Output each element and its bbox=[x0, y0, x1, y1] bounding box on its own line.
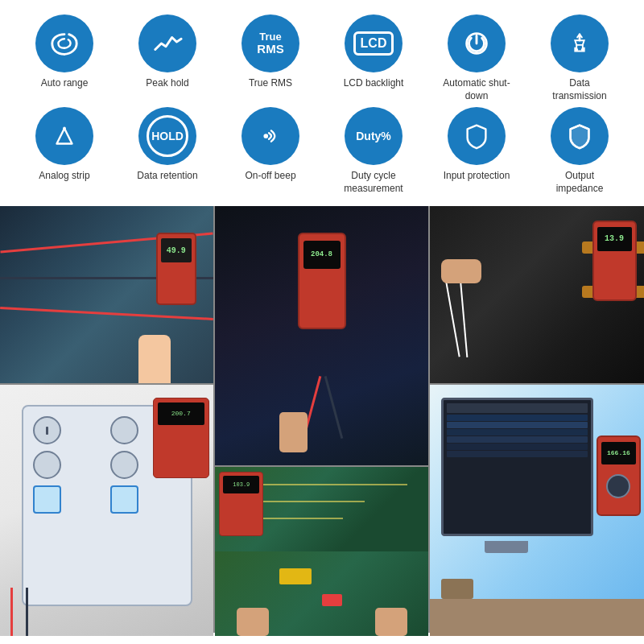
feature-auto-shutdown: Automatic shut-down bbox=[427, 14, 526, 102]
feature-input-protection: Input protection bbox=[427, 107, 526, 195]
feature-duty-cycle: Duty% Duty cycle measurement bbox=[324, 107, 423, 195]
peak-hold-label: Peak hold bbox=[146, 77, 188, 90]
svg-point-6 bbox=[63, 127, 66, 130]
feature-data-transmission: Data transmission bbox=[530, 14, 630, 102]
photo-electrical-panel: 49.9 bbox=[0, 206, 213, 383]
auto-shutdown-icon bbox=[448, 14, 506, 72]
onoff-beep-icon bbox=[242, 107, 299, 165]
feature-lcd-backlight: LCD LCD backlight bbox=[324, 14, 423, 102]
features-grid: Auto range Peak hold True RMS bbox=[8, 14, 636, 195]
peak-hold-icon bbox=[138, 14, 196, 72]
data-transmission-label: Data transmission bbox=[543, 77, 616, 102]
feature-peak-hold: Peak hold bbox=[118, 14, 217, 102]
photo-pipe-meter: 13.9 bbox=[430, 206, 644, 383]
onoff-beep-label: On-off beep bbox=[245, 170, 295, 183]
true-rms-label: True RMS bbox=[249, 77, 292, 90]
true-rms-icon: True RMS bbox=[242, 14, 299, 72]
feature-analog-strip: Analog strip bbox=[14, 107, 114, 195]
features-section: Auto range Peak hold True RMS bbox=[0, 0, 644, 203]
auto-range-label: Auto range bbox=[41, 77, 89, 90]
duty-cycle-icon: Duty% bbox=[345, 107, 402, 165]
feature-data-retention: HOLD Data retention bbox=[118, 107, 217, 195]
photo-power-strip: 200.7 bbox=[0, 385, 213, 636]
output-impedance-icon bbox=[551, 107, 609, 165]
photo-circuit-board: 103.9 bbox=[215, 467, 428, 636]
analog-strip-icon bbox=[35, 107, 93, 165]
feature-onoff-beep: On-off beep bbox=[221, 107, 320, 195]
auto-shutdown-label: Automatic shut-down bbox=[440, 77, 513, 102]
photo-computer-screen: 166.16 bbox=[430, 385, 644, 636]
data-retention-icon: HOLD bbox=[138, 107, 196, 165]
data-transmission-icon bbox=[551, 14, 609, 72]
data-retention-label: Data retention bbox=[137, 170, 197, 183]
page-container: Auto range Peak hold True RMS bbox=[0, 0, 644, 633]
svg-point-7 bbox=[263, 134, 268, 138]
svg-point-3 bbox=[581, 48, 584, 52]
svg-point-2 bbox=[575, 48, 578, 52]
analog-strip-label: Analog strip bbox=[39, 170, 89, 183]
lcd-backlight-label: LCD backlight bbox=[344, 77, 404, 90]
photo-collage: 49.9 204.8 bbox=[0, 206, 644, 633]
feature-output-impedance: Output impedance bbox=[530, 107, 630, 195]
input-protection-label: Input protection bbox=[444, 170, 510, 183]
feature-auto-range: Auto range bbox=[14, 14, 114, 102]
svg-marker-5 bbox=[57, 129, 72, 144]
auto-range-icon bbox=[35, 14, 93, 72]
output-impedance-label: Output impedance bbox=[543, 170, 616, 195]
photo-dark-meter: 204.8 bbox=[215, 206, 428, 465]
duty-cycle-label: Duty cycle measurement bbox=[337, 170, 410, 195]
lcd-backlight-icon: LCD bbox=[345, 14, 402, 72]
input-protection-icon bbox=[448, 107, 506, 165]
feature-true-rms: True RMS True RMS bbox=[221, 14, 320, 102]
